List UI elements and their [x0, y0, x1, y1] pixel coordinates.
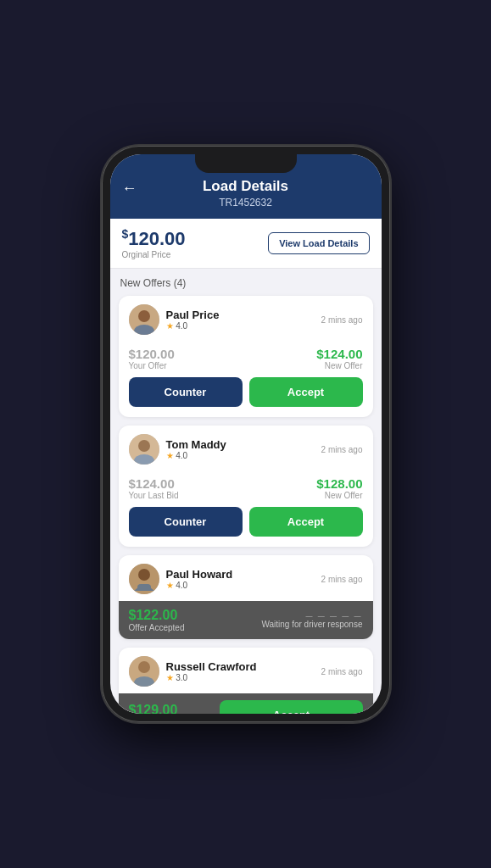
price-bar: $120.00 Orginal Price View Load Details: [110, 219, 382, 269]
user-rating-paul-price: ★ 4.0: [166, 321, 220, 331]
original-price-section: $120.00 Orginal Price: [122, 227, 186, 259]
offer-top-3: Paul Howard ★ 4.0 2 mins ago: [119, 555, 373, 601]
offer-user-left-3: Paul Howard ★ 4.0: [129, 564, 233, 594]
offer-card-1: Paul Price ★ 4.0 2 mins ago $120.00 Your…: [119, 296, 373, 417]
offer-user-row-3: Paul Howard ★ 4.0 2 mins ago: [129, 564, 363, 594]
user-name-russell-crawford: Russell Crawford: [166, 660, 257, 673]
offer-prices-2: $124.00 Your Last Bid $128.00 New Offer: [119, 471, 373, 507]
offer-user-left-2: Tom Maddy ★ 4.0: [129, 434, 226, 465]
svg-rect-8: [137, 584, 151, 591]
accepted-price-label-3: Offer Accepted: [129, 623, 185, 632]
offer-accepted-bar-3: $122.00 Offer Accepted — — — — — Waiting…: [119, 601, 373, 639]
offer-user-left-4: Russell Crawford ★ 3.0: [129, 656, 257, 687]
your-offer-col-2: $124.00 Your Last Bid: [129, 476, 179, 500]
original-price-value: $120.00: [122, 227, 186, 250]
phone-frame: ← Load Details TR1452632 $120.00 Orginal…: [102, 146, 390, 722]
svg-point-1: [138, 310, 150, 322]
time-ago-1: 2 mins ago: [321, 315, 363, 325]
new-offer-label-2: New Offer: [316, 491, 362, 500]
price-amount: 120.00: [128, 228, 185, 249]
your-offer-label-1: Your Offer: [129, 361, 175, 370]
user-rating-russell-crawford: ★ 3.0: [166, 673, 257, 682]
user-info-paul-howard: Paul Howard ★ 4.0: [166, 568, 233, 590]
user-name-paul-price: Paul Price: [166, 309, 220, 321]
time-ago-2: 2 mins ago: [321, 445, 363, 454]
new-offer-col-2: $128.00 New Offer: [316, 476, 362, 500]
offer-accept-bar-4: $129.00 Offer Accepted Accept: [119, 693, 373, 714]
accepted-price-col-3: $122.00 Offer Accepted: [129, 608, 185, 632]
accepted-price-col-4: $129.00 Offer Accepted: [129, 703, 185, 714]
offer-prices-1: $120.00 Your Offer $124.00 New Offer: [119, 342, 373, 377]
user-info-tom-maddy: Tom Maddy ★ 4.0: [166, 438, 226, 460]
user-info-paul-price: Paul Price ★ 4.0: [166, 309, 220, 331]
accept-button-4[interactable]: Accept: [220, 700, 362, 714]
offer-actions-2: Counter Accept: [119, 507, 373, 547]
accepted-price-4: $129.00: [129, 703, 185, 714]
offer-user-row-2: Tom Maddy ★ 4.0 2 mins ago: [129, 434, 363, 465]
user-name-tom-maddy: Tom Maddy: [166, 438, 226, 451]
offer-actions-1: Counter Accept: [119, 377, 373, 417]
waiting-col-3: — — — — — Waiting for driver response: [261, 612, 362, 629]
original-price-label: Orginal Price: [122, 250, 186, 259]
offer-top-1: Paul Price ★ 4.0 2 mins ago: [119, 296, 373, 342]
load-id: TR1452632: [124, 197, 368, 209]
waiting-text-3: Waiting for driver response: [261, 620, 362, 629]
your-offer-value-2: $124.00: [129, 476, 179, 491]
offer-card-3: Paul Howard ★ 4.0 2 mins ago $122.00 Off…: [119, 555, 373, 639]
phone-notch: [195, 154, 297, 173]
avatar-tom-maddy: [129, 434, 159, 465]
svg-point-7: [138, 569, 150, 581]
accept-button-1[interactable]: Accept: [249, 377, 363, 407]
your-offer-label-2: Your Last Bid: [129, 491, 179, 500]
svg-point-10: [138, 661, 150, 673]
counter-button-2[interactable]: Counter: [129, 507, 243, 537]
user-info-russell-crawford: Russell Crawford ★ 3.0: [166, 660, 257, 682]
your-offer-col-1: $120.00 Your Offer: [129, 347, 175, 370]
new-offer-label-1: New Offer: [316, 361, 362, 370]
counter-button-1[interactable]: Counter: [129, 377, 243, 407]
view-details-button[interactable]: View Load Details: [268, 232, 369, 254]
offer-top-4: Russell Crawford ★ 3.0 2 mins ago: [119, 648, 373, 693]
new-offer-value-1: $124.00: [316, 347, 362, 361]
offers-section: New Offers (4): [110, 269, 382, 714]
avatar-russell-crawford: [129, 656, 159, 687]
accept-button-2[interactable]: Accept: [249, 507, 363, 537]
offers-header: New Offers (4): [119, 277, 373, 289]
svg-point-4: [138, 440, 150, 452]
new-offer-col-1: $124.00 New Offer: [316, 347, 362, 370]
time-ago-3: 2 mins ago: [321, 575, 363, 584]
user-rating-tom-maddy: ★ 4.0: [166, 451, 226, 460]
offer-card-2: Tom Maddy ★ 4.0 2 mins ago $124.00 Your …: [119, 426, 373, 547]
user-rating-paul-howard: ★ 4.0: [166, 581, 233, 590]
waiting-dots-3: — — — — —: [261, 612, 362, 620]
offer-user-row-1: Paul Price ★ 4.0 2 mins ago: [129, 304, 363, 335]
avatar-paul-howard: [129, 564, 159, 594]
offer-card-4: Russell Crawford ★ 3.0 2 mins ago $129.0…: [119, 648, 373, 714]
offer-top-2: Tom Maddy ★ 4.0 2 mins ago: [119, 426, 373, 471]
time-ago-4: 2 mins ago: [321, 667, 363, 676]
user-name-paul-howard: Paul Howard: [166, 568, 233, 581]
phone-screen: ← Load Details TR1452632 $120.00 Orginal…: [110, 154, 382, 714]
offer-user-row-4: Russell Crawford ★ 3.0 2 mins ago: [129, 656, 363, 687]
page-title: Load Details: [124, 178, 368, 195]
back-button[interactable]: ←: [122, 180, 137, 198]
your-offer-value-1: $120.00: [129, 347, 175, 361]
avatar-paul-price: [129, 304, 159, 335]
offer-user-left-1: Paul Price ★ 4.0: [129, 304, 220, 335]
accepted-price-3: $122.00: [129, 608, 185, 623]
new-offer-value-2: $128.00: [316, 476, 362, 491]
